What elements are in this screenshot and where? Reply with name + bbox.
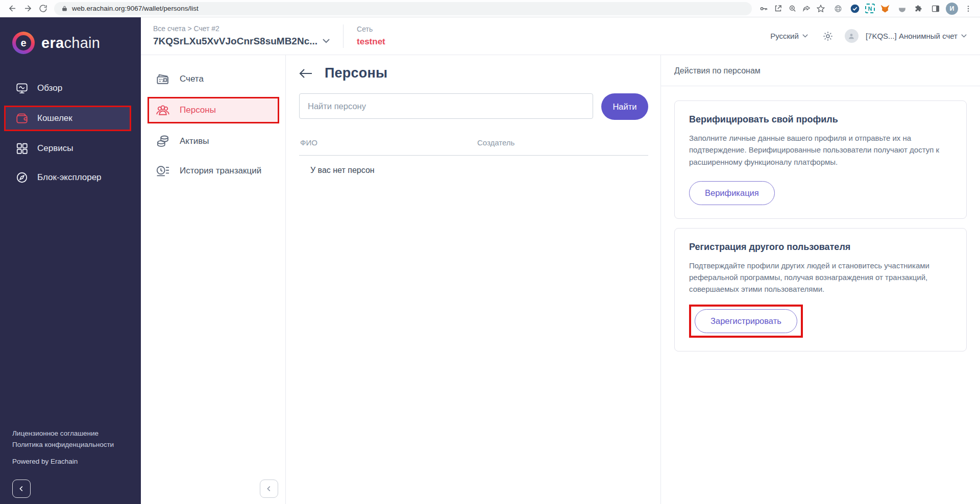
sidebar-item-label: Обзор <box>37 83 62 93</box>
bookmark-star-icon[interactable] <box>814 2 827 15</box>
language-selector[interactable]: Русский <box>770 32 808 40</box>
page-title: Персоны <box>325 65 387 81</box>
person-search-input[interactable] <box>299 93 593 119</box>
verify-profile-card: Верифицировать свой профиль Заполните ли… <box>674 100 967 219</box>
logo-word-bold: era <box>41 35 64 51</box>
sidebar-collapse-button[interactable] <box>12 480 31 498</box>
sidebar-footer: Лицензионное соглашение Политика конфиде… <box>0 430 141 504</box>
clock-history-icon <box>155 163 170 179</box>
privacy-policy-link[interactable]: Политика конфиденциальности <box>12 441 129 448</box>
n-extension-icon[interactable]: N <box>865 4 875 13</box>
language-label: Русский <box>770 32 799 40</box>
sidebar-item-label: Сервисы <box>37 143 73 154</box>
share-icon[interactable] <box>800 2 813 15</box>
erachain-logo[interactable]: e erachain <box>0 17 141 68</box>
browser-toolbar: web.erachain.org:9067/wallet/persons/lis… <box>0 0 980 17</box>
compass-icon <box>15 171 29 184</box>
url-text[interactable]: web.erachain.org:9067/wallet/persons/lis… <box>72 5 199 12</box>
subnav-item-persons[interactable]: Персоны <box>148 97 279 123</box>
subnav-item-assets[interactable]: Активы <box>141 130 285 153</box>
breadcrumb: Все счета > Счет #2 <box>153 24 330 34</box>
card-title: Регистрация другого пользователя <box>689 242 952 253</box>
content-column: Все счета > Счет #2 7KQSrLXu5XvVJoCnrS8s… <box>141 17 980 504</box>
network-label: Сеть <box>357 25 385 34</box>
erachain-logo-mark: e <box>12 32 35 54</box>
cards-icon <box>155 71 170 87</box>
gray-mask-extension-icon[interactable] <box>895 2 909 15</box>
screen: web.erachain.org:9067/wallet/persons/lis… <box>0 0 980 504</box>
network-value: testnet <box>357 36 385 47</box>
network-block: Сеть testnet <box>357 25 385 47</box>
side-panel-icon[interactable] <box>929 2 942 15</box>
globe-extension-icon[interactable] <box>831 2 845 15</box>
browser-forward-icon[interactable] <box>20 2 35 16</box>
header-divider <box>343 24 344 48</box>
logo-word-light: chain <box>64 35 100 51</box>
empty-state-text: У вас нет персон <box>299 156 648 175</box>
powered-by: Powered by Erachain <box>12 458 129 465</box>
people-group-icon <box>155 103 170 118</box>
card-body: Заполните личные данные вашего профиля и… <box>689 132 952 168</box>
sidebar-item-overview[interactable]: Обзор <box>0 77 141 100</box>
coins-stack-icon <box>155 134 170 149</box>
sidebar-item-label: Блок-эксплорер <box>37 172 102 183</box>
subnav-collapse-button[interactable] <box>260 480 278 498</box>
browser-reload-icon[interactable] <box>36 2 50 16</box>
verification-button[interactable]: Верификация <box>689 181 775 205</box>
card-title: Верифицировать свой профиль <box>689 114 952 125</box>
top-header: Все счета > Счет #2 7KQSrLXu5XvVJoCnrS8s… <box>141 17 980 55</box>
extensions-puzzle-icon[interactable] <box>912 2 925 15</box>
sidebar-item-block-explorer[interactable]: Блок-эксплорер <box>0 166 141 189</box>
address-bar[interactable]: web.erachain.org:9067/wallet/persons/lis… <box>54 2 752 15</box>
search-button[interactable]: Найти <box>601 93 648 120</box>
grid-squares-icon <box>15 142 29 155</box>
subnav-item-label: Персоны <box>180 105 216 115</box>
chevron-down-icon <box>802 34 808 38</box>
sidebar-menu: Обзор Кошелек Сервисы <box>0 77 141 195</box>
register-user-card: Регистрация другого пользователя Подтвер… <box>674 228 967 351</box>
settings-gear-icon[interactable] <box>822 31 834 42</box>
account-address: 7KQSrLXu5XvVJoCnrS8suMB2Nc... <box>153 35 317 47</box>
annotation-box-register: Зарегистрировать <box>689 305 803 338</box>
sidebar-item-label: Кошелек <box>37 113 72 123</box>
subnav-item-history[interactable]: История транзакций <box>141 159 285 183</box>
lock-icon <box>61 5 68 12</box>
wallet-icon <box>15 112 29 125</box>
back-arrow-icon[interactable] <box>299 68 312 79</box>
account-avatar[interactable] <box>845 29 859 43</box>
zoom-icon[interactable] <box>786 2 799 15</box>
subnav-item-label: Счета <box>180 74 204 84</box>
browser-menu-kebab-icon[interactable] <box>962 2 975 15</box>
table-header-row: ФИО Создатель <box>299 138 648 147</box>
actions-panel-title: Действия по персонам <box>674 66 967 75</box>
open-in-new-icon[interactable] <box>771 2 785 15</box>
extension-cluster: N И <box>831 2 975 15</box>
account-selector[interactable]: Все счета > Счет #2 7KQSrLXu5XvVJoCnrS8s… <box>153 24 330 47</box>
browser-back-icon[interactable] <box>5 2 19 16</box>
account-badge[interactable]: [7KQS...] Анонимный счет <box>866 32 967 40</box>
license-agreement-link[interactable]: Лицензионное соглашение <box>12 430 129 437</box>
monitor-chart-icon <box>15 82 29 95</box>
browser-profile-avatar[interactable]: И <box>946 3 958 15</box>
card-body: Подтверждайте профили других людей и ста… <box>689 260 952 295</box>
check-badge-extension-icon[interactable] <box>848 2 862 15</box>
header-right: Русский [7KQS...] Анонимный счет <box>770 29 967 43</box>
actions-panel: Действия по персонам Верифицировать свой… <box>660 55 980 504</box>
password-key-icon[interactable] <box>757 2 770 15</box>
wallet-subnav: Счета Персоны Активы <box>141 55 286 504</box>
app-frame: e erachain Обзор Кошелек <box>0 17 980 504</box>
metamask-fox-icon[interactable] <box>878 2 892 15</box>
account-badge-label: [7KQS...] Анонимный счет <box>866 32 958 40</box>
subnav-item-accounts[interactable]: Счета <box>141 67 285 91</box>
logo-letter: e <box>20 37 26 49</box>
column-header-creator: Создатель <box>477 138 514 147</box>
panel-divider <box>661 86 980 86</box>
subnav-item-label: Активы <box>180 136 209 146</box>
subnav-item-label: История транзакций <box>180 166 261 176</box>
sidebar-item-services[interactable]: Сервисы <box>0 137 141 160</box>
logo-wordmark: erachain <box>41 35 100 52</box>
chevron-down-icon <box>323 39 330 43</box>
register-button[interactable]: Зарегистрировать <box>695 309 797 333</box>
sidebar-item-wallet[interactable]: Кошелек <box>4 106 131 131</box>
body-row: Счета Персоны Активы <box>141 55 980 504</box>
